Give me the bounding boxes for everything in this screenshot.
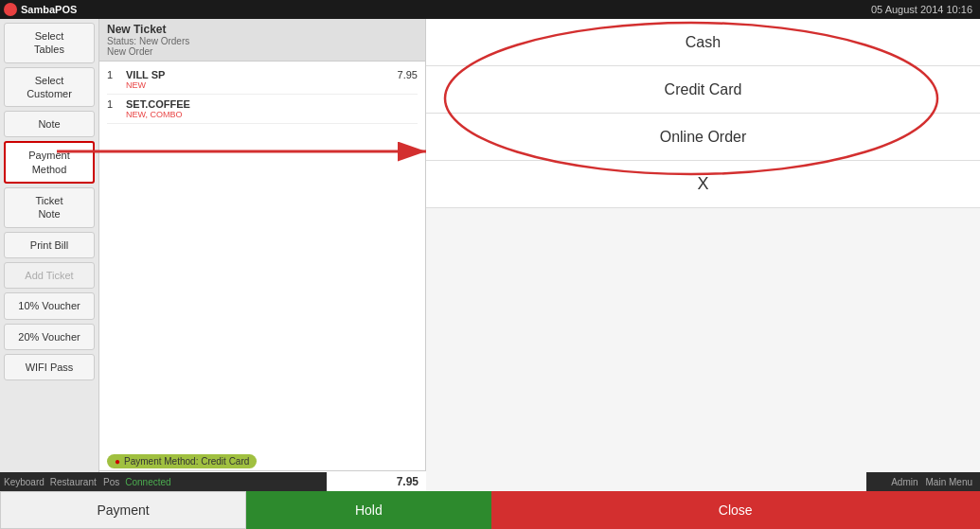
tag-icon: ● <box>115 456 120 467</box>
sidebar-btn-note[interactable]: Note <box>4 111 95 137</box>
status-bar-mid: Pos Connected <box>99 472 327 491</box>
header-bar: SambaPOS 05 August 2014 10:16 <box>0 0 980 19</box>
logo-text: SambaPOS <box>21 4 77 15</box>
ticket-item-1-price: 7.95 <box>398 69 418 80</box>
ticket-item-1-qty: 1 <box>107 69 126 80</box>
sidebar-btn-print-bill[interactable]: Print Bill <box>4 232 95 258</box>
ticket-items: 1 VILL SP NEW 7.95 1 SET.COFFEE NEW, COM… <box>99 62 425 491</box>
status-admin[interactable]: Admin <box>891 477 918 487</box>
action-close-button[interactable]: Close <box>491 491 981 529</box>
payment-btn-online-order[interactable]: Online Order <box>426 114 980 161</box>
logo: SambaPOS <box>0 0 99 19</box>
sidebar-btn-payment-method[interactable]: PaymentMethod <box>4 141 95 184</box>
sidebar-btn-voucher-20[interactable]: 20% Voucher <box>4 324 95 350</box>
ticket-item-1-name: VILL SP <box>126 69 398 80</box>
sidebar-btn-wifi-pass[interactable]: WIFI Pass <box>4 354 95 380</box>
balance-value: 7.95 <box>397 475 419 488</box>
sidebar-btn-add-ticket: Add Ticket <box>4 262 95 289</box>
action-hold-button[interactable]: Hold <box>246 491 490 529</box>
action-bar: Payment Hold Close <box>0 491 980 529</box>
ticket-item-1-tags: NEW <box>126 80 398 90</box>
payment-btn-x[interactable]: X <box>426 161 980 208</box>
action-payment-button[interactable]: Payment <box>0 491 246 529</box>
status-bar: Keyboard Restaurant <box>0 472 99 491</box>
tag-text: Payment Method: Credit Card <box>124 456 249 467</box>
status-connected: Connected <box>125 477 170 487</box>
sidebar-btn-select-customer[interactable]: SelectCustomer <box>4 67 95 108</box>
payment-btn-credit-card[interactable]: Credit Card <box>426 66 980 114</box>
payment-area: Cash Credit Card Online Order X <box>426 19 980 491</box>
sidebar-btn-ticket-note[interactable]: TicketNote <box>4 187 95 228</box>
ticket-status: Status: New Orders <box>107 36 418 46</box>
ticket-item-2-qty: 1 <box>107 98 126 110</box>
logo-icon <box>4 3 17 16</box>
ticket-title: New Ticket <box>107 23 418 36</box>
status-keyboard: Keyboard <box>4 477 45 487</box>
payment-btn-cash[interactable]: Cash <box>426 19 980 66</box>
status-pos: Pos <box>103 477 119 487</box>
ticket-item-1: 1 VILL SP NEW 7.95 <box>107 65 418 95</box>
notification-bar: ● Payment Method: Credit Card <box>99 450 980 472</box>
ticket-item-2: 1 SET.COFFEE NEW, COMBO <box>107 95 418 124</box>
ticket-item-1-info: VILL SP NEW <box>126 69 398 90</box>
status-bar-right: Admin Main Menu <box>866 472 980 491</box>
ticket-item-2-tags: NEW, COMBO <box>126 110 418 119</box>
status-restaurant: Restaurant <box>50 477 97 487</box>
ticket-header: New Ticket Status: New Orders New Order <box>99 19 425 62</box>
sidebar: SelectTables SelectCustomer Note Payment… <box>0 19 99 491</box>
payment-method-tag: ● Payment Method: Credit Card <box>107 454 257 468</box>
sidebar-btn-select-tables[interactable]: SelectTables <box>4 23 95 63</box>
header-datetime: 05 August 2014 10:16 <box>871 4 972 15</box>
ticket-item-2-info: SET.COFFEE NEW, COMBO <box>126 98 418 119</box>
ticket-substatus: New Order <box>107 46 418 57</box>
sidebar-btn-voucher-10[interactable]: 10% Voucher <box>4 292 95 319</box>
status-main-menu[interactable]: Main Menu <box>926 477 972 487</box>
ticket-area: New Ticket Status: New Orders New Order … <box>99 19 426 491</box>
ticket-item-2-name: SET.COFFEE <box>126 98 418 110</box>
